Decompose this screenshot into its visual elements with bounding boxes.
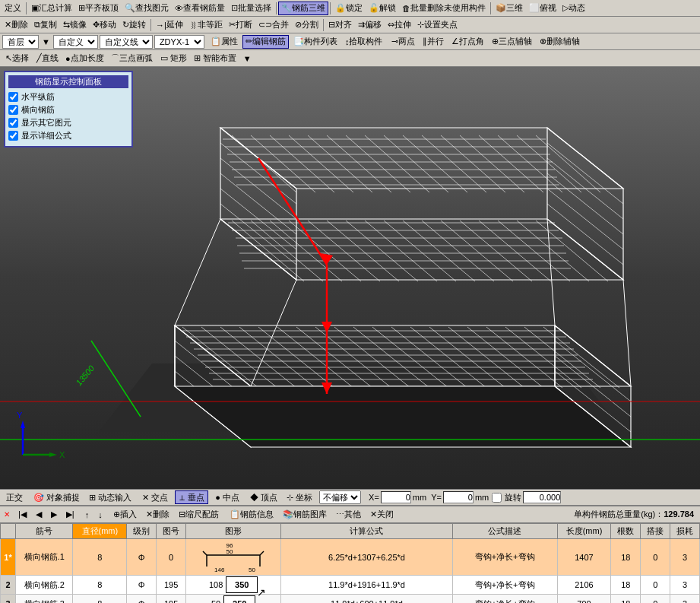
layer-select-2[interactable]: 自定义: [53, 35, 98, 49]
btn-rebar-3d[interactable]: 🔧 钢筋三维: [278, 2, 328, 15]
btn-two-point[interactable]: ⊸ 两点: [388, 35, 418, 49]
btn-delete-row[interactable]: ✕ 删除: [142, 508, 173, 522]
btn-batch-select[interactable]: ⊡ 批量选择: [228, 2, 274, 15]
btn-select[interactable]: ↖ 选择: [2, 52, 32, 65]
btn-point-angle[interactable]: ∠ 打点角: [448, 35, 487, 49]
col-overlap[interactable]: 搭接: [641, 524, 670, 539]
btn-del-axis[interactable]: ⊗ 删除辅轴: [537, 35, 583, 49]
col-desc[interactable]: 公式描述: [452, 524, 557, 539]
rotate-input[interactable]: [523, 491, 561, 503]
btn-top-view[interactable]: ⬜ 俯视: [526, 2, 559, 15]
viewport[interactable]: 13500 Y X 钢筋显示控制面板 水平纵筋 横向钢筋 显示其它图元 显示详细…: [0, 67, 700, 489]
col-count[interactable]: 根数: [611, 524, 641, 539]
btn-smart-layout[interactable]: ⊞ 智能布置: [191, 52, 239, 65]
btn-object-snap[interactable]: 🎯 对象捕捉: [30, 490, 84, 504]
btn-align[interactable]: ⊟ 对齐: [325, 18, 355, 32]
svg-line-127: [203, 551, 207, 555]
x-input[interactable]: [381, 491, 411, 503]
btn-others[interactable]: ⋯ 其他: [332, 508, 365, 522]
btn-rect[interactable]: ▭ 矩形: [157, 52, 190, 65]
btn-delete[interactable]: ✕ 删除: [2, 18, 31, 32]
col-shape-num[interactable]: 图号: [157, 524, 186, 539]
btn-rebar-library[interactable]: 📚 钢筋图库: [279, 508, 331, 522]
btn-stretch[interactable]: ⇔ 拉伸: [385, 18, 414, 32]
btn-first[interactable]: |◀: [14, 508, 30, 522]
btn-line[interactable]: ╱ 直线: [33, 52, 62, 65]
btn-unlock[interactable]: 🔓 解锁: [366, 2, 399, 15]
btn-property[interactable]: 📋 属性: [207, 35, 241, 49]
btn-calc[interactable]: ▣ 汇总计算: [28, 2, 75, 15]
btn-move[interactable]: ✥ 移动: [90, 18, 119, 32]
btn-down[interactable]: ↓: [94, 508, 106, 522]
btn-coordinate[interactable]: ⊹ 坐标: [283, 490, 316, 504]
col-diameter[interactable]: 直径(mm): [73, 524, 127, 539]
btn-extend[interactable]: →| 延伸: [153, 18, 186, 32]
btn-perpendicular[interactable]: ⊥ 垂点: [175, 490, 208, 504]
svg-text:X: X: [59, 450, 65, 459]
btn-edit-rebar[interactable]: ✏ 编辑钢筋: [242, 35, 289, 49]
btn-intersection[interactable]: ✕ 交点: [138, 490, 172, 504]
btn-define[interactable]: 定义: [2, 2, 24, 15]
checkbox-show-detail-formula[interactable]: 显示详细公式: [8, 130, 128, 141]
checkbox-show-other-elements[interactable]: 显示其它图元: [8, 117, 128, 129]
btn-split[interactable]: ⊘ 分割: [292, 18, 321, 32]
btn-midpoint[interactable]: ● 中点: [211, 490, 243, 504]
col-jin-hao[interactable]: 筋号: [16, 524, 73, 539]
btn-find[interactable]: 🔍 查找图元: [122, 2, 172, 15]
btn-dynamic-input[interactable]: ⊞ 动态输入: [85, 490, 135, 504]
btn-align-top[interactable]: ⊞ 平齐板顶: [75, 2, 122, 15]
btn-set-grip[interactable]: ⊹ 设置夹点: [414, 18, 461, 32]
col-shape-img[interactable]: 图形: [186, 524, 281, 539]
rotate-label: 旋转: [505, 492, 521, 503]
btn-break[interactable]: ✂ 打断: [226, 18, 255, 32]
btn-view-rebar[interactable]: 👁 查看钢筋量: [172, 2, 228, 15]
layer-select-3[interactable]: 自定义线: [100, 35, 153, 49]
btn-up[interactable]: ↑: [81, 508, 93, 522]
btn-insert[interactable]: ⊕ 插入: [109, 508, 141, 522]
select-offset[interactable]: 不偏移: [319, 490, 361, 504]
rotate-checkbox[interactable]: [492, 493, 502, 503]
btn-parallel[interactable]: ∥ 并行: [420, 35, 447, 49]
btn-prev[interactable]: ◀: [32, 508, 46, 522]
btn-unequal[interactable]: ⧚ 非等距: [186, 18, 226, 32]
layer-select-1[interactable]: 首层: [2, 35, 39, 49]
table-row[interactable]: 3 横向钢筋.3 8 Φ 195 50 250 ↗: [1, 595, 700, 604]
btn-orthogonal[interactable]: 正交: [2, 490, 27, 504]
layer-select-4[interactable]: ZDYX-1: [154, 35, 204, 49]
btn-close[interactable]: ✕ 关闭: [366, 508, 398, 522]
table-row[interactable]: 1* 横向钢筋.1 8 Φ 0 96 50: [1, 539, 700, 576]
btn-3d[interactable]: 📦 三维: [493, 2, 526, 15]
checkbox-horizontal-longitudinal[interactable]: 水平纵筋: [8, 91, 128, 103]
btn-merge[interactable]: ⊂⊃ 合并: [255, 18, 292, 32]
btn-scale-layout[interactable]: ⊟ 缩尺配筋: [175, 508, 223, 522]
btn-vertex[interactable]: ◆ 顶点: [246, 490, 281, 504]
btn-mirror[interactable]: ⇆ 镜像: [60, 18, 90, 32]
btn-three-point-axis[interactable]: ⊕ 三点辅轴: [489, 35, 535, 49]
checkbox-transverse-rebar[interactable]: 横向钢筋: [8, 104, 128, 116]
btn-next[interactable]: ▶: [47, 508, 61, 522]
btn-last[interactable]: ▶|: [62, 508, 78, 522]
col-grade[interactable]: 级别: [127, 524, 157, 539]
col-length[interactable]: 长度(mm): [557, 524, 611, 539]
btn-component-list[interactable]: 📑 构件列表: [290, 35, 340, 49]
btn-pick-component[interactable]: ↕ 拾取构件: [342, 35, 386, 49]
btn-point-length[interactable]: ● 点加长度: [62, 52, 107, 65]
btn-offset[interactable]: ⇉ 偏移: [355, 18, 385, 32]
layer-bar: 首层 ▼ 自定义 自定义线 ZDYX-1 📋 属性 ✏ 编辑钢筋 📑 构件列表 …: [0, 33, 700, 50]
btn-three-point-arc[interactable]: ⌒ 三点画弧: [108, 52, 156, 65]
rebar-table-container[interactable]: 筋号 直径(mm) 级别 图号 图形 计算公式 公式描述 长度(mm) 根数 搭…: [0, 523, 700, 603]
btn-lock[interactable]: 🔒 锁定: [332, 2, 366, 15]
y-label: Y=: [431, 493, 442, 502]
btn-batch-del[interactable]: 🗑 批量删除未使用构件: [399, 2, 489, 15]
col-formula[interactable]: 计算公式: [281, 524, 452, 539]
y-input[interactable]: [443, 491, 474, 503]
btn-close-panel[interactable]: ✕: [2, 510, 11, 519]
btn-copy[interactable]: ⧉ 复制: [31, 18, 60, 32]
svg-text:146: 146: [214, 567, 225, 573]
btn-dynamic[interactable]: ▷ 动态: [559, 2, 588, 15]
col-loss[interactable]: 损耗: [670, 524, 700, 539]
row-desc-1: 弯钩+净长+弯钩: [452, 539, 557, 576]
btn-rotate[interactable]: ↻ 旋转: [119, 18, 149, 32]
table-row[interactable]: 2 横向钢筋.2 8 Φ 195 108 350 ↗: [1, 576, 700, 595]
btn-rebar-info[interactable]: 📋 钢筋信息: [226, 508, 277, 522]
